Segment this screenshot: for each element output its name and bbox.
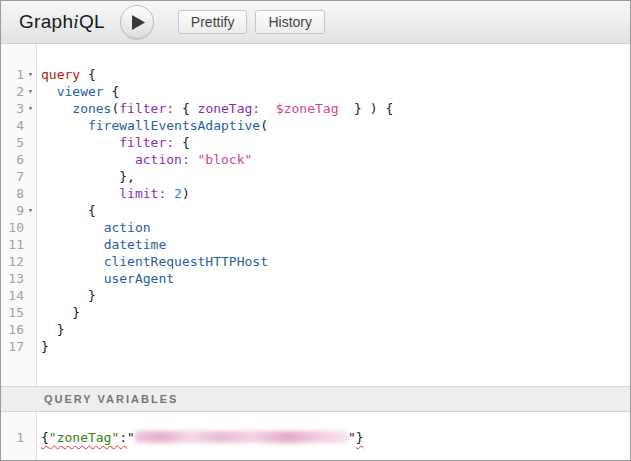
token-punc: ": [348, 430, 356, 445]
token-punc: [260, 101, 276, 116]
token-punc: [166, 186, 174, 201]
token-punc: [41, 186, 119, 201]
code-text: datetime: [37, 236, 166, 253]
code-line[interactable]: 7 },: [1, 168, 630, 185]
fold-gutter-spacer: [24, 219, 37, 236]
fold-gutter-spacer: [24, 236, 37, 253]
code-line[interactable]: 13 userAgent: [1, 270, 630, 287]
code-text: query {: [37, 66, 96, 83]
fold-arrow-icon[interactable]: ▾: [24, 202, 37, 219]
variables-title: QUERY VARIABLES: [44, 393, 178, 405]
variables-title-bar[interactable]: QUERY VARIABLES: [1, 386, 630, 412]
token-punc: {: [174, 135, 190, 150]
line-number: 8: [1, 185, 24, 202]
fold-gutter-spacer: [24, 429, 37, 446]
variables-editor[interactable]: 1{"zoneTag":""}: [1, 412, 630, 460]
query-editor[interactable]: 1▾query {2▾ viewer {3▾ zones(filter: { z…: [1, 44, 630, 386]
execute-button[interactable]: [120, 5, 154, 39]
app-title: GraphiQL: [19, 11, 105, 33]
app-title-ql: QL: [79, 11, 105, 32]
token-punc: {: [174, 101, 197, 116]
code-line[interactable]: 8 limit: 2): [1, 185, 630, 202]
line-number: 10: [1, 219, 24, 236]
code-line[interactable]: 12 clientRequestHTTPHost: [1, 253, 630, 270]
code-text: firewallEventsAdaptive(: [37, 117, 268, 134]
token-punc: [41, 152, 135, 167]
code-text: {"zoneTag":""}: [37, 429, 364, 446]
token-attribute: action:: [135, 152, 190, 167]
token-attribute: filter:: [119, 101, 174, 116]
token-variable: $zoneTag: [276, 101, 339, 116]
toolbar: GraphiQL Prettify History: [1, 1, 630, 44]
code-text: userAgent: [37, 270, 174, 287]
token-punc: }: [41, 322, 64, 337]
line-number: 17: [1, 338, 24, 355]
fold-gutter-spacer: [24, 253, 37, 270]
token-punc: }: [41, 339, 49, 354]
code-text: }: [37, 304, 80, 321]
token-keyword: query: [41, 67, 80, 82]
code-line[interactable]: 3▾ zones(filter: { zoneTag: $zoneTag } )…: [1, 100, 630, 117]
fold-gutter-spacer: [24, 287, 37, 304]
code-line[interactable]: 1{"zoneTag":""}: [1, 429, 630, 446]
code-line[interactable]: 14 }: [1, 287, 630, 304]
code-line[interactable]: 6 action: "block": [1, 151, 630, 168]
code-text: action: "block": [37, 151, 252, 168]
token-punc: }: [41, 305, 80, 320]
line-number: 4: [1, 117, 24, 134]
fold-gutter-spacer: [24, 338, 37, 355]
token-property: action: [104, 220, 151, 235]
code-text: limit: 2): [37, 185, 190, 202]
token-punc: [41, 135, 119, 150]
token-attribute: filter:: [119, 135, 174, 150]
fold-gutter-spacer: [24, 321, 37, 338]
fold-arrow-icon[interactable]: ▾: [24, 100, 37, 117]
fold-arrow-icon[interactable]: ▾: [24, 66, 37, 83]
fold-arrow-icon[interactable]: ▾: [24, 83, 37, 100]
code-line[interactable]: 15 }: [1, 304, 630, 321]
prettify-button[interactable]: Prettify: [178, 10, 248, 34]
token-punc: }: [356, 430, 364, 445]
code-text: }: [37, 287, 96, 304]
line-number: 13: [1, 270, 24, 287]
token-punc: } ) {: [338, 101, 393, 116]
code-line[interactable]: 10 action: [1, 219, 630, 236]
token-property: datetime: [104, 237, 167, 252]
fold-gutter-spacer: [24, 151, 37, 168]
fold-gutter-spacer: [24, 185, 37, 202]
code-text: }: [37, 338, 49, 355]
code-line[interactable]: 9▾ {: [1, 202, 630, 219]
code-line[interactable]: 11 datetime: [1, 236, 630, 253]
token-property: clientRequestHTTPHost: [104, 254, 268, 269]
code-line[interactable]: 5 filter: {: [1, 134, 630, 151]
line-number: 15: [1, 304, 24, 321]
line-number: 12: [1, 253, 24, 270]
token-punc: [190, 152, 198, 167]
code-text: zones(filter: { zoneTag: $zoneTag } ) {: [37, 100, 393, 117]
code-line[interactable]: 2▾ viewer {: [1, 83, 630, 100]
code-line[interactable]: 17}: [1, 338, 630, 355]
play-icon: [129, 15, 145, 30]
token-punc: {: [41, 203, 96, 218]
code-line[interactable]: 16 }: [1, 321, 630, 338]
token-punc: [41, 254, 104, 269]
fold-gutter-spacer: [24, 168, 37, 185]
query-code-lines: 1▾query {2▾ viewer {3▾ zones(filter: { z…: [1, 44, 630, 355]
history-button[interactable]: History: [255, 10, 325, 34]
line-number: 6: [1, 151, 24, 168]
code-text: },: [37, 168, 135, 185]
token-punc: {: [104, 84, 120, 99]
token-punc: {: [41, 430, 49, 445]
token-string: "block": [198, 152, 253, 167]
token-punc: }: [41, 288, 96, 303]
line-number: 1: [1, 66, 24, 83]
variables-code-lines: 1{"zoneTag":""}: [1, 412, 630, 446]
token-punc: ): [182, 186, 190, 201]
token-punc: [41, 101, 72, 116]
fold-gutter-spacer: [24, 117, 37, 134]
token-number: 2: [174, 186, 182, 201]
code-line[interactable]: 4 firewallEventsAdaptive(: [1, 117, 630, 134]
code-line[interactable]: 1▾query {: [1, 66, 630, 83]
token-property: viewer: [57, 84, 104, 99]
graphiql-window: GraphiQL Prettify History 1▾query {2▾ vi…: [0, 0, 631, 461]
